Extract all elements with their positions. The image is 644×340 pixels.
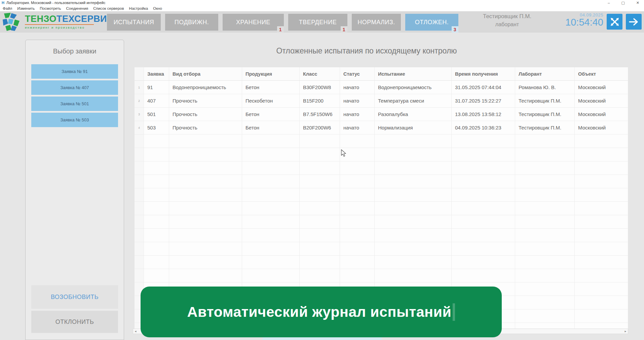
cell: 407 bbox=[144, 94, 169, 108]
maximize-icon[interactable]: ▢ bbox=[621, 1, 624, 5]
empty-table-row bbox=[135, 229, 628, 242]
table-header-row: Заявка Вид отбора Продукция Класс Статус… bbox=[135, 67, 628, 81]
cell: Нормализация bbox=[375, 121, 452, 135]
menu-view[interactable]: Посмотреть bbox=[40, 6, 61, 10]
logo-pinwheel-icon bbox=[1, 12, 22, 32]
tab-normaliz[interactable]: НОРМАЛИЗ. bbox=[352, 14, 401, 31]
col-obekt[interactable]: Объект bbox=[575, 67, 628, 81]
tab-otlozhen-badge: 3 bbox=[452, 26, 458, 33]
cell: B20F200W6 bbox=[300, 121, 340, 135]
col-ispytanie[interactable]: Испытание bbox=[375, 67, 452, 81]
cell: Тестировщик П.М. bbox=[515, 108, 575, 121]
minimize-icon[interactable]: – bbox=[608, 1, 610, 5]
cell: 13.08.2025 13:58:12 bbox=[452, 108, 515, 121]
cell: 04.09.2025 10:36:23 bbox=[452, 121, 515, 135]
page-title: Отложенные испытания по исходящему контр… bbox=[135, 46, 599, 55]
window-title: Лаборатория. Московский - пользовательск… bbox=[6, 1, 105, 5]
caption-text: Автоматический журнал испытаний bbox=[187, 304, 452, 320]
row-number: 4 bbox=[135, 121, 144, 135]
request-button-501[interactable]: Заявка № 501 bbox=[31, 97, 118, 111]
table-row[interactable]: 2 407 Прочность Пескобетон B15F200 начат… bbox=[135, 94, 628, 108]
menu-connections[interactable]: Соединения bbox=[66, 6, 88, 10]
empty-table-row bbox=[135, 161, 628, 175]
tab-khranenie[interactable]: ХРАНЕНИЕ1 bbox=[223, 14, 284, 31]
cell: Прочность bbox=[169, 121, 242, 135]
tab-otlozhen[interactable]: ОТЛОЖЕН.3 bbox=[405, 14, 458, 31]
header-band: ТЕНЗОТЕХСЕРВИС инжиниринг и производство… bbox=[0, 11, 644, 33]
cell: Водонепроницаемость bbox=[375, 81, 452, 94]
menu-window[interactable]: Окно bbox=[153, 6, 162, 10]
empty-table-row bbox=[135, 202, 628, 215]
user-name: Тестировщик П.М. bbox=[473, 13, 541, 20]
menu-edit[interactable]: Изменить bbox=[17, 6, 35, 10]
request-button-407[interactable]: Заявка № 407 bbox=[31, 80, 118, 95]
col-vid-otbora[interactable]: Вид отбора bbox=[169, 67, 242, 81]
scroll-left-icon[interactable]: ◄ bbox=[134, 330, 137, 333]
request-list: Заявка № 91 Заявка № 407 Заявка № 501 За… bbox=[31, 64, 118, 127]
company-logo: ТЕНЗОТЕХСЕРВИС инжиниринг и производство bbox=[1, 12, 114, 32]
exit-button[interactable] bbox=[626, 14, 642, 30]
cell: начато bbox=[340, 121, 375, 135]
cell: Прочность bbox=[169, 94, 242, 108]
cell: Водонепроницаемость bbox=[169, 81, 242, 94]
cell: Температура смеси bbox=[375, 94, 452, 108]
cell: Бетон bbox=[242, 81, 300, 94]
col-laborant[interactable]: Лаборант bbox=[515, 67, 575, 81]
cell: B30F200W8 bbox=[300, 81, 340, 94]
cell: 91 bbox=[144, 81, 169, 94]
menu-settings[interactable]: Настройка bbox=[129, 6, 148, 10]
cell: Тестировщик П.М. bbox=[515, 121, 575, 135]
user-role: лаборант bbox=[473, 22, 541, 28]
col-vremya[interactable]: Время получения bbox=[452, 67, 515, 81]
tab-podvizhn[interactable]: ПОДВИЖН. bbox=[165, 14, 218, 31]
request-selection-panel: Выбор заявки Заявка № 91 Заявка № 407 За… bbox=[25, 40, 124, 340]
scroll-right-icon[interactable]: ► bbox=[624, 330, 627, 333]
cell: B7.5F150W6 bbox=[300, 108, 340, 121]
row-number: 2 bbox=[135, 94, 144, 108]
cell: начато bbox=[340, 94, 375, 108]
request-button-91[interactable]: Заявка № 91 bbox=[31, 64, 118, 79]
caption-caret bbox=[453, 303, 455, 321]
cell: Московский bbox=[575, 94, 628, 108]
request-button-503[interactable]: Заявка № 503 bbox=[31, 113, 118, 127]
table-row[interactable]: 4 503 Прочность Бетон B20F200W6 начато Н… bbox=[135, 121, 628, 135]
cell: Бетон bbox=[242, 121, 300, 135]
menu-server-list[interactable]: Список серверов bbox=[93, 6, 124, 10]
corner-cell bbox=[135, 67, 144, 81]
table-row[interactable]: 1 91 Водонепроницаемость Бетон B30F200W8… bbox=[135, 81, 628, 94]
empty-table-row bbox=[135, 175, 628, 188]
cell: Бетон bbox=[242, 108, 300, 121]
empty-table-row bbox=[135, 135, 628, 148]
mouse-cursor bbox=[341, 149, 347, 157]
clock: 04.09.2025 10:54:40 bbox=[544, 12, 603, 27]
tab-tverdenie-badge: 1 bbox=[341, 26, 347, 33]
cell: Московский bbox=[575, 81, 628, 94]
empty-table-row bbox=[135, 188, 628, 202]
window-titlebar: Н Лаборатория. Московский - пользователь… bbox=[0, 0, 644, 5]
cell: Разопалубка bbox=[375, 108, 452, 121]
menu-file[interactable]: Файл bbox=[3, 6, 12, 10]
row-number: 1 bbox=[135, 81, 144, 94]
resume-button[interactable]: ВОЗОБНОВИТЬ bbox=[31, 285, 118, 309]
cell: 501 bbox=[144, 108, 169, 121]
tab-tverdenie[interactable]: ТВЕРДЕНИЕ1 bbox=[288, 14, 347, 31]
cell: 31.05.2025 07:44:04 bbox=[452, 81, 515, 94]
menu-bar: Файл Изменить Посмотреть Соединения Спис… bbox=[0, 5, 644, 11]
brand-tagline: инжиниринг и производство bbox=[25, 24, 94, 29]
col-produkciya[interactable]: Продукция bbox=[242, 67, 300, 81]
empty-table-row bbox=[135, 256, 628, 269]
cell: Пескобетон bbox=[242, 94, 300, 108]
col-zayavka[interactable]: Заявка bbox=[144, 67, 169, 81]
exit-arrow-icon bbox=[629, 18, 639, 26]
empty-table-row bbox=[135, 148, 628, 161]
cell: Московский bbox=[575, 121, 628, 135]
col-status[interactable]: Статус bbox=[340, 67, 375, 81]
cell: B15F200 bbox=[300, 94, 340, 108]
col-klass[interactable]: Класс bbox=[300, 67, 340, 81]
decline-button[interactable]: ОТКЛОНИТЬ bbox=[31, 311, 118, 333]
cell: Прочность bbox=[169, 108, 242, 121]
table-row[interactable]: 3 501 Прочность Бетон B7.5F150W6 начато … bbox=[135, 108, 628, 121]
tab-ispytaniya[interactable]: ИСПЫТАНИЯ bbox=[107, 14, 161, 31]
fullscreen-button[interactable] bbox=[607, 14, 622, 30]
close-icon[interactable]: ✕ bbox=[636, 1, 639, 5]
